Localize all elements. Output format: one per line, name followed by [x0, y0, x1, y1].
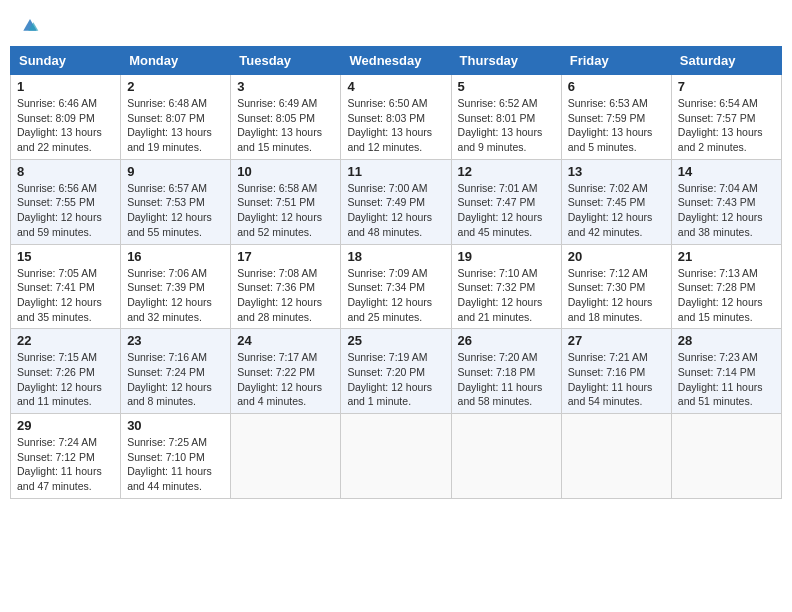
calendar-cell	[451, 414, 561, 499]
day-number: 2	[127, 79, 224, 94]
calendar-cell: 25 Sunrise: 7:19 AMSunset: 7:20 PMDaylig…	[341, 329, 451, 414]
day-detail: Sunrise: 7:13 AMSunset: 7:28 PMDaylight:…	[678, 266, 775, 325]
day-detail: Sunrise: 7:23 AMSunset: 7:14 PMDaylight:…	[678, 350, 775, 409]
day-number: 23	[127, 333, 224, 348]
day-detail: Sunrise: 7:00 AMSunset: 7:49 PMDaylight:…	[347, 181, 444, 240]
day-number: 29	[17, 418, 114, 433]
day-number: 14	[678, 164, 775, 179]
day-detail: Sunrise: 6:46 AMSunset: 8:09 PMDaylight:…	[17, 96, 114, 155]
calendar-cell: 29 Sunrise: 7:24 AMSunset: 7:12 PMDaylig…	[11, 414, 121, 499]
day-detail: Sunrise: 7:08 AMSunset: 7:36 PMDaylight:…	[237, 266, 334, 325]
day-number: 28	[678, 333, 775, 348]
weekday-header-tuesday: Tuesday	[231, 47, 341, 75]
calendar-cell: 10 Sunrise: 6:58 AMSunset: 7:51 PMDaylig…	[231, 159, 341, 244]
calendar-cell: 24 Sunrise: 7:17 AMSunset: 7:22 PMDaylig…	[231, 329, 341, 414]
day-number: 16	[127, 249, 224, 264]
calendar-cell: 18 Sunrise: 7:09 AMSunset: 7:34 PMDaylig…	[341, 244, 451, 329]
calendar-cell: 8 Sunrise: 6:56 AMSunset: 7:55 PMDayligh…	[11, 159, 121, 244]
day-number: 15	[17, 249, 114, 264]
calendar-cell: 12 Sunrise: 7:01 AMSunset: 7:47 PMDaylig…	[451, 159, 561, 244]
calendar-cell	[231, 414, 341, 499]
week-row-3: 15 Sunrise: 7:05 AMSunset: 7:41 PMDaylig…	[11, 244, 782, 329]
calendar-cell: 23 Sunrise: 7:16 AMSunset: 7:24 PMDaylig…	[121, 329, 231, 414]
day-detail: Sunrise: 7:05 AMSunset: 7:41 PMDaylight:…	[17, 266, 114, 325]
weekday-header-row: SundayMondayTuesdayWednesdayThursdayFrid…	[11, 47, 782, 75]
day-detail: Sunrise: 7:17 AMSunset: 7:22 PMDaylight:…	[237, 350, 334, 409]
calendar-cell: 6 Sunrise: 6:53 AMSunset: 7:59 PMDayligh…	[561, 75, 671, 160]
week-row-2: 8 Sunrise: 6:56 AMSunset: 7:55 PMDayligh…	[11, 159, 782, 244]
calendar-cell: 4 Sunrise: 6:50 AMSunset: 8:03 PMDayligh…	[341, 75, 451, 160]
calendar-cell: 20 Sunrise: 7:12 AMSunset: 7:30 PMDaylig…	[561, 244, 671, 329]
week-row-1: 1 Sunrise: 6:46 AMSunset: 8:09 PMDayligh…	[11, 75, 782, 160]
weekday-header-monday: Monday	[121, 47, 231, 75]
day-detail: Sunrise: 7:20 AMSunset: 7:18 PMDaylight:…	[458, 350, 555, 409]
day-number: 11	[347, 164, 444, 179]
day-number: 20	[568, 249, 665, 264]
calendar-cell	[341, 414, 451, 499]
day-detail: Sunrise: 7:15 AMSunset: 7:26 PMDaylight:…	[17, 350, 114, 409]
day-number: 30	[127, 418, 224, 433]
calendar-cell: 7 Sunrise: 6:54 AMSunset: 7:57 PMDayligh…	[671, 75, 781, 160]
day-number: 22	[17, 333, 114, 348]
day-detail: Sunrise: 7:16 AMSunset: 7:24 PMDaylight:…	[127, 350, 224, 409]
day-detail: Sunrise: 6:57 AMSunset: 7:53 PMDaylight:…	[127, 181, 224, 240]
day-detail: Sunrise: 6:53 AMSunset: 7:59 PMDaylight:…	[568, 96, 665, 155]
calendar-cell: 27 Sunrise: 7:21 AMSunset: 7:16 PMDaylig…	[561, 329, 671, 414]
day-detail: Sunrise: 7:25 AMSunset: 7:10 PMDaylight:…	[127, 435, 224, 494]
day-detail: Sunrise: 7:02 AMSunset: 7:45 PMDaylight:…	[568, 181, 665, 240]
calendar-cell	[671, 414, 781, 499]
day-detail: Sunrise: 6:52 AMSunset: 8:01 PMDaylight:…	[458, 96, 555, 155]
calendar-cell: 16 Sunrise: 7:06 AMSunset: 7:39 PMDaylig…	[121, 244, 231, 329]
day-detail: Sunrise: 6:49 AMSunset: 8:05 PMDaylight:…	[237, 96, 334, 155]
day-number: 7	[678, 79, 775, 94]
day-detail: Sunrise: 7:21 AMSunset: 7:16 PMDaylight:…	[568, 350, 665, 409]
day-detail: Sunrise: 7:12 AMSunset: 7:30 PMDaylight:…	[568, 266, 665, 325]
day-number: 25	[347, 333, 444, 348]
logo-icon	[20, 14, 40, 34]
calendar-cell	[561, 414, 671, 499]
day-number: 17	[237, 249, 334, 264]
day-number: 18	[347, 249, 444, 264]
day-detail: Sunrise: 7:04 AMSunset: 7:43 PMDaylight:…	[678, 181, 775, 240]
calendar-cell: 21 Sunrise: 7:13 AMSunset: 7:28 PMDaylig…	[671, 244, 781, 329]
day-detail: Sunrise: 7:09 AMSunset: 7:34 PMDaylight:…	[347, 266, 444, 325]
day-number: 12	[458, 164, 555, 179]
day-number: 13	[568, 164, 665, 179]
weekday-header-sunday: Sunday	[11, 47, 121, 75]
day-number: 10	[237, 164, 334, 179]
day-detail: Sunrise: 6:48 AMSunset: 8:07 PMDaylight:…	[127, 96, 224, 155]
weekday-header-wednesday: Wednesday	[341, 47, 451, 75]
logo	[18, 14, 40, 34]
day-number: 24	[237, 333, 334, 348]
day-detail: Sunrise: 7:01 AMSunset: 7:47 PMDaylight:…	[458, 181, 555, 240]
day-number: 5	[458, 79, 555, 94]
calendar-cell: 28 Sunrise: 7:23 AMSunset: 7:14 PMDaylig…	[671, 329, 781, 414]
day-number: 26	[458, 333, 555, 348]
calendar-table: SundayMondayTuesdayWednesdayThursdayFrid…	[10, 46, 782, 499]
calendar-cell: 9 Sunrise: 6:57 AMSunset: 7:53 PMDayligh…	[121, 159, 231, 244]
calendar-cell: 19 Sunrise: 7:10 AMSunset: 7:32 PMDaylig…	[451, 244, 561, 329]
calendar-cell: 22 Sunrise: 7:15 AMSunset: 7:26 PMDaylig…	[11, 329, 121, 414]
calendar-cell: 14 Sunrise: 7:04 AMSunset: 7:43 PMDaylig…	[671, 159, 781, 244]
day-detail: Sunrise: 7:24 AMSunset: 7:12 PMDaylight:…	[17, 435, 114, 494]
day-detail: Sunrise: 6:58 AMSunset: 7:51 PMDaylight:…	[237, 181, 334, 240]
day-number: 3	[237, 79, 334, 94]
header	[10, 10, 782, 38]
day-number: 9	[127, 164, 224, 179]
day-detail: Sunrise: 6:50 AMSunset: 8:03 PMDaylight:…	[347, 96, 444, 155]
day-detail: Sunrise: 6:54 AMSunset: 7:57 PMDaylight:…	[678, 96, 775, 155]
day-detail: Sunrise: 6:56 AMSunset: 7:55 PMDaylight:…	[17, 181, 114, 240]
day-number: 27	[568, 333, 665, 348]
calendar-cell: 2 Sunrise: 6:48 AMSunset: 8:07 PMDayligh…	[121, 75, 231, 160]
day-number: 21	[678, 249, 775, 264]
day-detail: Sunrise: 7:06 AMSunset: 7:39 PMDaylight:…	[127, 266, 224, 325]
day-number: 19	[458, 249, 555, 264]
week-row-4: 22 Sunrise: 7:15 AMSunset: 7:26 PMDaylig…	[11, 329, 782, 414]
weekday-header-thursday: Thursday	[451, 47, 561, 75]
weekday-header-saturday: Saturday	[671, 47, 781, 75]
calendar-cell: 30 Sunrise: 7:25 AMSunset: 7:10 PMDaylig…	[121, 414, 231, 499]
calendar-cell: 5 Sunrise: 6:52 AMSunset: 8:01 PMDayligh…	[451, 75, 561, 160]
day-detail: Sunrise: 7:19 AMSunset: 7:20 PMDaylight:…	[347, 350, 444, 409]
weekday-header-friday: Friday	[561, 47, 671, 75]
calendar-cell: 3 Sunrise: 6:49 AMSunset: 8:05 PMDayligh…	[231, 75, 341, 160]
